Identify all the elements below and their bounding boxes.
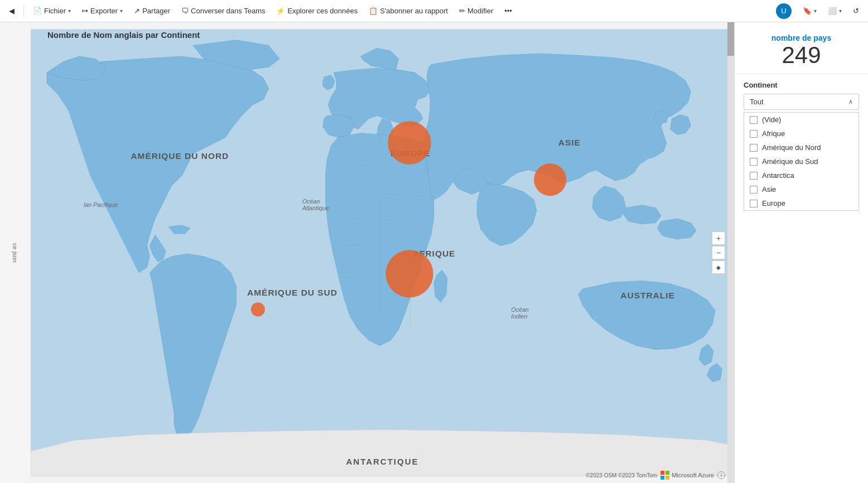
left-panel[interactable]: ce json [0, 22, 31, 483]
filter-option-amerique-nord[interactable]: Amérique du Nord [744, 141, 859, 154]
export-icon: ↦ [82, 7, 88, 15]
azure-logo [660, 471, 669, 480]
indian-label: Océan [511, 306, 528, 313]
filter-option-asie[interactable]: Asie [744, 182, 859, 196]
fichier-button[interactable]: 📄 Fichier ▾ [28, 4, 75, 17]
metric-label: nombre de pays [746, 33, 857, 42]
chevron-up-icon: ∧ [848, 98, 853, 105]
filter-option-antarctica[interactable]: Antarctica [744, 168, 859, 182]
toolbar: ◀ 📄 Fichier ▾ ↦ Exporter ▾ ↗ Partager 🗨 … [0, 0, 868, 22]
user-icon-button[interactable]: U [771, 1, 796, 21]
left-panel-label: ce json [12, 243, 18, 263]
refresh-button[interactable]: ↺ [848, 4, 864, 17]
back-icon: ◀ [9, 7, 15, 15]
antarctica-label: ANTARCTIQUE [346, 457, 418, 466]
separator-1 [23, 6, 24, 17]
checkbox-europe[interactable] [750, 200, 758, 207]
filter-title: Continent [744, 81, 859, 89]
asia-label: ASIE [558, 138, 581, 147]
filter-option-vide[interactable]: (Vide) [744, 113, 859, 127]
filter-option-afrique-label: Afrique [762, 129, 785, 138]
exporter-label: Exporter [90, 7, 118, 15]
fichier-label: Fichier [44, 7, 66, 15]
checkbox-asie[interactable] [750, 186, 758, 194]
checkbox-amerique-sud[interactable] [750, 158, 758, 166]
main-content: ce json Nombre de Nom anglais par Contin… [0, 22, 868, 483]
modifier-button[interactable]: ✏ Modifier [455, 4, 498, 17]
copyright-text: ©2023 OSM ©2023 TomTom [586, 472, 657, 479]
sabonner-button[interactable]: 📋 S'abonner au rapport [364, 4, 452, 17]
north-america-label: AMÉRIQUE DU NORD [131, 151, 229, 161]
window-icon: ⬜ [828, 7, 837, 15]
filter-panel: Continent Tout ∧ (Vide) Afrique Amérique… [735, 74, 868, 483]
atlantic-label: Océan [302, 198, 320, 205]
australia-label: AUSTRALIE [620, 291, 675, 300]
user-avatar: U [776, 3, 792, 19]
converser-label: Converser dans Teams [191, 7, 265, 15]
map-footer: ©2023 OSM ©2023 TomTom Microsoft Azure i [586, 471, 725, 480]
bookmark-button[interactable]: 🔖 ▾ [798, 4, 821, 17]
filter-selected-value: Tout [750, 98, 764, 106]
filter-option-amerique-sud[interactable]: Amérique du Sud [744, 154, 859, 168]
asia-bubble [534, 163, 566, 196]
explorer-button[interactable]: ⚡ Explorer ces données [272, 4, 362, 17]
filter-option-amerique-nord-label: Amérique du Nord [762, 143, 821, 152]
compass-button[interactable]: ◆ [712, 260, 725, 274]
file-icon: 📄 [33, 7, 42, 15]
exporter-chevron: ▾ [120, 8, 123, 14]
subscribe-icon: 📋 [369, 7, 378, 15]
azure-badge: Microsoft Azure [660, 471, 714, 480]
checkbox-afrique[interactable] [750, 130, 758, 138]
modifier-label: Modifier [467, 7, 493, 15]
scroll-thumb[interactable] [727, 22, 734, 56]
bookmark-icon: 🔖 [803, 7, 812, 15]
exporter-button[interactable]: ↦ Exporter ▾ [78, 4, 127, 17]
world-map-svg: AMÉRIQUE DU NORD EUROPE ASIE AFRIQUE AMÉ… [31, 22, 734, 483]
south-america-bubble [251, 302, 265, 316]
map-container[interactable]: Nombre de Nom anglais par Continent [31, 22, 734, 483]
checkbox-antarctica[interactable] [750, 172, 758, 180]
fichier-chevron: ▾ [68, 8, 71, 14]
refresh-icon: ↺ [853, 7, 859, 15]
filter-option-amerique-sud-label: Amérique du Sud [762, 157, 818, 166]
window-button[interactable]: ⬜ ▾ [823, 4, 846, 17]
filter-option-asie-label: Asie [762, 185, 776, 194]
filter-option-afrique[interactable]: Afrique [744, 127, 859, 141]
filter-option-europe-label: Europe [762, 199, 785, 207]
converser-button[interactable]: 🗨 Converser dans Teams [177, 4, 269, 17]
south-america-label: AMÉRIQUE DU SUD [247, 288, 337, 297]
map-scrollbar[interactable] [727, 22, 734, 483]
filter-dropdown[interactable]: Tout ∧ [744, 94, 859, 110]
pacific-label-1: lan Pacifique [84, 201, 118, 208]
europe-bubble [388, 121, 431, 165]
zoom-controls: + − ◆ [712, 231, 725, 274]
zoom-out-button[interactable]: − [712, 246, 725, 259]
partager-label: Partager [142, 7, 170, 15]
teams-icon: 🗨 [181, 7, 189, 15]
metric-card: nombre de pays 249 [735, 22, 868, 74]
map-title: Nombre de Nom anglais par Continent [47, 30, 200, 40]
share-icon: ↗ [134, 7, 140, 15]
more-icon: ••• [504, 7, 512, 15]
indian-label-2: Indien [511, 313, 527, 320]
checkbox-vide[interactable] [750, 116, 758, 124]
azure-label: Microsoft Azure [672, 472, 714, 479]
info-icon[interactable]: i [717, 471, 725, 479]
filter-option-europe[interactable]: Europe [744, 196, 859, 210]
checkbox-amerique-nord[interactable] [750, 144, 758, 152]
more-button[interactable]: ••• [500, 4, 517, 17]
filter-options-list: (Vide) Afrique Amérique du Nord Amérique… [744, 112, 859, 211]
right-panel: nombre de pays 249 Continent Tout ∧ (Vid… [734, 22, 868, 483]
back-button[interactable]: ◀ [4, 4, 19, 17]
filter-option-antarctica-label: Antarctica [762, 171, 794, 180]
edit-icon: ✏ [459, 7, 465, 15]
metric-value: 249 [746, 42, 857, 68]
explore-icon: ⚡ [276, 7, 285, 15]
atlantic-label-2: Atlantique [302, 205, 329, 211]
filter-option-vide-label: (Vide) [762, 115, 781, 124]
sabonner-label: S'abonner au rapport [380, 7, 448, 15]
partager-button[interactable]: ↗ Partager [129, 4, 175, 17]
explorer-label: Explorer ces données [287, 7, 358, 15]
zoom-in-button[interactable]: + [712, 231, 725, 245]
africa-bubble [385, 250, 433, 297]
